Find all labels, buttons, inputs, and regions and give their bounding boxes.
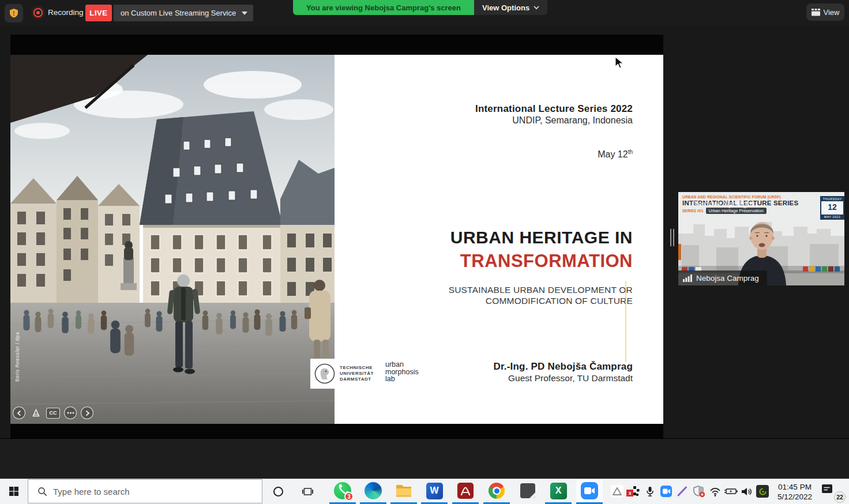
nvidia-icon	[756, 485, 769, 498]
prev-slide-button[interactable]	[13, 407, 25, 419]
live-stream-service-label: on Custom Live Streaming Service	[121, 9, 236, 17]
taskbar-chrome[interactable]	[483, 479, 510, 502]
series-number: SERIES #01	[682, 209, 704, 213]
tray-pen-icon	[677, 486, 688, 497]
calendar-badge: THURSDAY 12 MAY 2022	[820, 196, 844, 220]
tu-logo-line3: DARMSTADT	[340, 377, 374, 382]
annotation-pen-button[interactable]	[29, 407, 42, 419]
subtitles-button[interactable]: CC	[46, 408, 60, 419]
tray-app-badge: 3	[626, 490, 633, 497]
tray-microphone-icon	[646, 486, 654, 497]
taskbar-search[interactable]	[28, 479, 262, 503]
battery-charging-icon	[724, 487, 738, 495]
panel-resize-handle[interactable]	[670, 229, 676, 246]
speaker-icon	[741, 487, 752, 497]
recording-label: Recording	[48, 8, 84, 17]
whatsapp-badge: 3	[344, 492, 354, 501]
zoom-meeting-window: Recording LIVE on Custom Live Streaming …	[0, 0, 849, 504]
tu-logo-line2: UNIVERSITÄT	[340, 371, 374, 377]
next-slide-button[interactable]	[81, 407, 93, 419]
view-options-dropdown[interactable]: View Options	[474, 0, 547, 15]
mouse-cursor	[615, 57, 624, 69]
taskbar-zoom[interactable]	[576, 479, 603, 502]
taskbar-whatsapp[interactable]: 3	[329, 479, 356, 502]
tray-app-icon: 3	[629, 486, 640, 497]
ellipsis-icon	[67, 412, 74, 414]
series-topic-badge: Urban Heritage Preservation	[706, 208, 767, 214]
notification-center-button[interactable]: 22	[821, 483, 843, 499]
notification-icon	[821, 483, 834, 495]
chrome-icon	[489, 483, 505, 499]
tray-pen[interactable]	[676, 484, 689, 498]
cortana-icon	[273, 487, 283, 497]
recording-indicator-icon[interactable]	[32, 7, 44, 18]
taskbar-edge[interactable]	[360, 479, 386, 502]
tray-speaker[interactable]	[740, 484, 753, 498]
remove-spotlight-tooltip: Remove Spotlight	[692, 200, 754, 208]
tray-zoom-icon	[660, 486, 672, 497]
accent-line	[625, 281, 626, 362]
view-button[interactable]: View	[806, 3, 844, 21]
tray-zoom[interactable]	[659, 484, 673, 498]
shared-screen-region: Boris Roessler / dpa International Lectu…	[10, 35, 663, 438]
windows-logo-icon	[9, 486, 19, 497]
acrobat-icon	[457, 483, 474, 499]
slide-title-line2: TRANSFORMATION	[460, 251, 633, 272]
speaker-name: Dr.-Ing. PD Nebojša Čamprag	[493, 361, 633, 373]
lecture-series-title: International Lecture Series 2022	[475, 103, 633, 115]
view-button-label: View	[824, 8, 840, 17]
chevron-down-icon	[534, 6, 539, 10]
lab-logo-line1: urban	[385, 361, 419, 368]
file-explorer-icon	[395, 483, 412, 498]
tray-app-with-badge[interactable]: 3	[628, 484, 641, 498]
tray-google-drive[interactable]	[610, 484, 624, 498]
taskbar-excel[interactable]: X	[545, 479, 572, 502]
task-view-button[interactable]	[295, 479, 320, 504]
calendar-day: 12	[821, 201, 843, 215]
tu-darmstadt-athene-icon	[314, 363, 336, 385]
slideshow-controls: CC	[13, 407, 93, 419]
taskbar-acrobat[interactable]	[452, 479, 479, 502]
meeting-info-button[interactable]	[5, 4, 23, 22]
tray-nvidia[interactable]	[756, 484, 769, 498]
more-options-button[interactable]	[64, 407, 77, 419]
taskbar-clock[interactable]: 01:45 PM 5/12/2022	[771, 482, 819, 502]
taskbar-notes-app[interactable]	[514, 479, 541, 502]
pen-pointer-icon	[32, 409, 40, 418]
shield-exclamation-icon	[9, 8, 19, 18]
slide-subtitle-line1: SUSTAINABLE URBAN DEVELOPMENT OR	[449, 285, 633, 295]
grid-view-icon	[812, 9, 820, 16]
tray-battery[interactable]	[723, 484, 738, 498]
lecture-date: May 12th	[598, 149, 633, 160]
taskbar-file-explorer[interactable]	[390, 479, 417, 502]
tray-defender[interactable]	[692, 484, 706, 498]
cortana-button[interactable]	[265, 479, 291, 504]
search-input[interactable]	[53, 487, 226, 497]
taskbar-word[interactable]: W	[421, 479, 448, 502]
speaker-video-tile[interactable]: URBAN AND REGIONAL SCIENTIFIC FORUM (URS…	[678, 192, 844, 285]
zoom-app-icon	[581, 482, 598, 499]
notification-count-badge: 22	[834, 491, 846, 503]
speaker-role: Guest Professor, TU Darmstadt	[508, 373, 633, 383]
view-options-label: View Options	[482, 3, 529, 12]
presentation-slide: Boris Roessler / dpa International Lectu…	[10, 55, 663, 424]
arrow-right-icon	[84, 410, 91, 416]
lecture-venue: UNDIP, Semarang, Indonesia	[512, 115, 633, 126]
notes-app-icon	[520, 483, 535, 498]
start-button[interactable]	[0, 479, 28, 504]
tu-logo-line1: TECHNISCHE	[340, 365, 374, 371]
edge-icon	[365, 482, 382, 499]
calendar-weekday: THURSDAY	[821, 197, 843, 201]
slide-title-line1: URBAN HERITAGE IN	[450, 228, 633, 247]
live-stream-service-dropdown[interactable]: on Custom Live Streaming Service	[114, 5, 253, 21]
whatsapp-icon: 3	[334, 482, 351, 499]
clock-date: 5/12/2022	[771, 492, 819, 502]
tray-wifi[interactable]	[709, 484, 722, 498]
participant-name: Nebojsa Camprag	[696, 274, 759, 283]
meeting-toolbar: Unmute Stop Video Security 135	[0, 438, 849, 479]
cc-glyph: CC	[50, 410, 57, 416]
tray-microphone[interactable]	[644, 484, 656, 498]
word-icon: W	[426, 483, 443, 499]
photo-credit: Boris Roessler / dpa	[14, 281, 20, 382]
participant-name-label: Nebojsa Camprag	[678, 270, 767, 285]
